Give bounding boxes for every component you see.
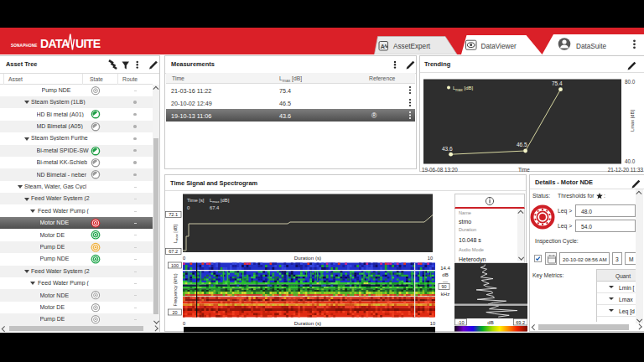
svg-text:AssetExpert: AssetExpert — [393, 43, 431, 50]
svg-text:Lmax [dB]: Lmax [dB] — [173, 224, 179, 243]
svg-text:72.1: 72.1 — [169, 212, 178, 217]
svg-text:kHz: kHz — [441, 292, 449, 297]
svg-text:Time [s]: Time [s] — [187, 198, 205, 203]
svg-text:80.0: 80.0 — [625, 79, 636, 85]
svg-text:69.2: 69.2 — [516, 320, 525, 325]
svg-text:0: 0 — [183, 321, 185, 326]
svg-text:46.5: 46.5 — [517, 142, 527, 147]
svg-text:Duration (s): Duration (s) — [294, 255, 321, 261]
svg-text:40.0: 40.0 — [625, 158, 636, 164]
svg-text:0: 0 — [187, 205, 190, 210]
svg-text:Duration (s): Duration (s) — [294, 320, 321, 326]
svg-text:UITE: UITE — [75, 37, 101, 50]
svg-text:Frequency (kHz): Frequency (kHz) — [173, 273, 178, 306]
svg-text:67.4: 67.4 — [210, 205, 220, 210]
svg-text:dB: dB — [442, 272, 448, 277]
svg-text:dB: dB — [487, 320, 493, 325]
svg-text:20: 20 — [173, 310, 178, 315]
svg-text:10: 10 — [430, 321, 435, 326]
svg-text:DataViewer: DataViewer — [481, 43, 517, 50]
svg-text:67.2: 67.2 — [169, 249, 178, 254]
svg-text:90: 90 — [442, 284, 447, 289]
svg-text:SONAPHONE: SONAPHONE — [11, 44, 38, 48]
svg-text:Time: Time — [518, 167, 530, 173]
svg-text:Lmax [dB]: Lmax [dB] — [630, 110, 635, 132]
svg-text:DATA: DATA — [40, 37, 70, 50]
svg-text:43.6: 43.6 — [442, 146, 453, 152]
svg-text:19-06-08 13:20: 19-06-08 13:20 — [422, 167, 458, 173]
svg-text:100: 100 — [171, 263, 179, 268]
svg-text:21-12-20 11:33: 21-12-20 11:33 — [608, 167, 644, 173]
svg-text:A: A — [381, 44, 385, 49]
svg-text:0: 0 — [183, 256, 185, 261]
svg-text:—: — — [443, 279, 448, 284]
svg-text:-10: -10 — [457, 320, 464, 325]
svg-text:75.4: 75.4 — [552, 80, 563, 86]
svg-text:DataSuite: DataSuite — [576, 43, 606, 50]
svg-text:10: 10 — [428, 256, 433, 261]
svg-text:14.4: 14.4 — [440, 266, 450, 271]
